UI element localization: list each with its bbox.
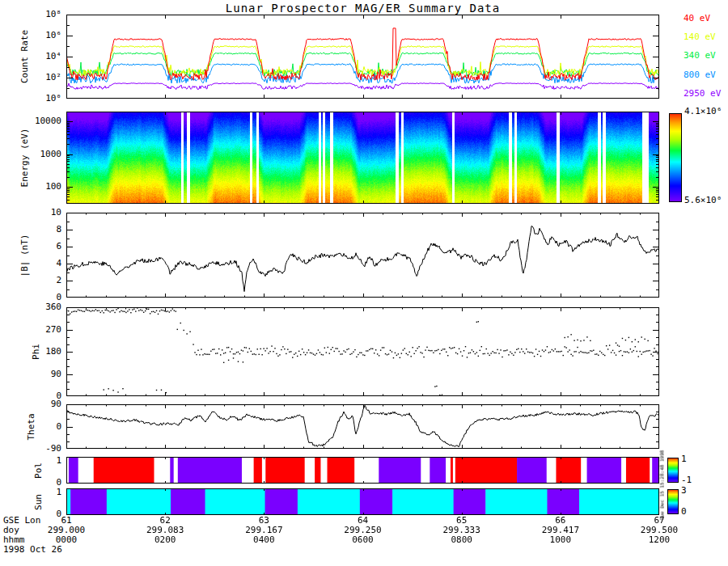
legend-entry: 140 eV xyxy=(684,32,716,42)
count-rate-ytick: 10⁸ xyxy=(26,9,61,19)
legend-entry: 2950 eV xyxy=(684,88,721,99)
xaxis-value-hhmm: 0600 xyxy=(324,534,402,545)
colorbar-min-label: 5.6×10⁰ xyxy=(684,195,722,205)
pol-colorbar xyxy=(667,458,679,483)
xaxis-value-hhmm: 1000 xyxy=(522,534,599,545)
legend-entry: 340 eV xyxy=(684,50,716,61)
pol-colorbar-min-label: -1 xyxy=(681,475,692,485)
energy-ytick: 1000 xyxy=(26,149,61,159)
pol-ytick: 1 xyxy=(42,455,61,466)
bmag-ytick: 8 xyxy=(26,224,61,234)
colorbar-max-label: 4.1×10⁶ xyxy=(684,106,722,116)
energy-spectrogram-plot xyxy=(66,112,659,204)
lunar-prospector-summary-page: Lunar Prospector MAG/ER Summary Data Cou… xyxy=(0,0,728,566)
legend-entry: 40 eV xyxy=(684,13,710,23)
count-rate-ytick: 10² xyxy=(26,72,61,82)
phi-ytick: 360 xyxy=(26,302,61,312)
energy-ytick: 100 xyxy=(26,181,61,192)
count-rate-plot xyxy=(66,15,659,99)
sun-bar-plot xyxy=(66,488,659,515)
xaxis-value-hhmm: 0000 xyxy=(28,534,105,545)
phi-ytick: 180 xyxy=(26,346,61,357)
pol-bar-plot xyxy=(66,457,659,484)
xaxis-value-hhmm: 0800 xyxy=(423,534,501,545)
theta-ytick: 0 xyxy=(26,421,61,432)
xaxis-value-hhmm: 0400 xyxy=(225,534,303,545)
xaxis-date-label: 1998 Oct 26 xyxy=(3,544,62,555)
xaxis-value-hhmm: 0200 xyxy=(126,534,204,545)
creation-timestamp: Tue Dec 15 15:28:48 1998 xyxy=(659,450,665,521)
phi-plot xyxy=(66,307,659,396)
xaxis-value-hhmm: 1200 xyxy=(620,534,698,545)
theta-ytick: -90 xyxy=(26,443,61,454)
count-rate-ytick: 10⁶ xyxy=(26,30,61,40)
sun-ytick: 1 xyxy=(42,487,61,497)
theta-ytick: 90 xyxy=(26,399,61,409)
count-rate-ytick: 10⁴ xyxy=(26,51,61,61)
legend-entry: 800 eV xyxy=(684,70,716,80)
sun-colorbar xyxy=(667,489,679,514)
sun-colorbar-max-label: 3 xyxy=(681,485,687,496)
page-title: Lunar Prospector MAG/ER Summary Data xyxy=(66,2,659,15)
spectrogram-colorbar xyxy=(669,113,682,202)
bmag-plot xyxy=(66,213,659,298)
theta-plot xyxy=(66,404,659,449)
bmag-ytick: 4 xyxy=(26,258,61,268)
count-rate-ytick: 10⁰ xyxy=(26,93,61,103)
phi-ytick: 270 xyxy=(26,324,61,335)
pol-colorbar-max-label: 1 xyxy=(681,454,687,464)
energy-ytick: 10000 xyxy=(26,116,61,126)
bmag-ytick: 2 xyxy=(26,275,61,285)
bmag-ytick: 6 xyxy=(26,241,61,251)
bmag-ytick: 10 xyxy=(26,207,61,218)
phi-ytick: 90 xyxy=(26,369,61,379)
